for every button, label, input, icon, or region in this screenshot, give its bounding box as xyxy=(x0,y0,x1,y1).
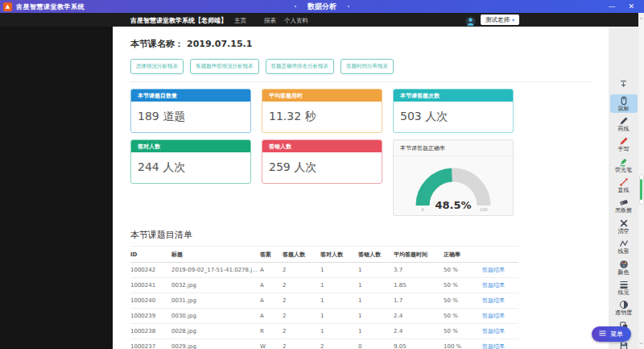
col-rate: 正确率 xyxy=(444,247,482,263)
cell-title: 0029.jpg xyxy=(171,339,260,349)
answer-result-link[interactable]: 答题结果 xyxy=(482,267,505,273)
user-name: 测试老师 xyxy=(485,16,510,24)
annotation-toolbar: 鼠标 画线 手写 荧光笔 直线 黑板擦 清空 线形 xyxy=(609,77,638,349)
tool-eraser[interactable]: 黑板擦 xyxy=(610,197,638,215)
cell-rate: 50 % xyxy=(444,278,482,293)
nav-item-home[interactable]: 主页 xyxy=(234,17,246,25)
tool-line-width[interactable]: 线宽 xyxy=(610,279,638,297)
cell-answer: R xyxy=(260,324,283,339)
line-width-icon xyxy=(619,280,629,289)
scroll-down-icon[interactable] xyxy=(638,339,644,347)
stat-card-title: 答对人数 xyxy=(131,140,250,152)
cell-correct: 1 xyxy=(320,309,358,324)
scroll-up-icon[interactable] xyxy=(638,15,644,23)
col-answered: 答题人数 xyxy=(283,247,320,263)
save-icon xyxy=(619,341,629,349)
cell-title: 0031.jpg xyxy=(171,293,260,309)
report-button-objective[interactable]: 客观题作答情况分析报表 xyxy=(190,59,259,74)
tool-clear[interactable]: 清空 xyxy=(610,217,638,235)
answer-result-link[interactable]: 答题结果 xyxy=(482,313,505,319)
cell-rate: 50 % xyxy=(444,324,482,339)
deco-dot-icon xyxy=(348,6,349,7)
table-header-row: ID 标题 答案 答题人数 答对人数 答错人数 平均答题时间 正确率 xyxy=(130,247,518,263)
scrollbar-thumb[interactable] xyxy=(639,174,644,205)
stat-card-correct-count: 答对人数 244 人次 xyxy=(130,139,251,184)
cell-avg-time: 3.7 xyxy=(394,263,444,278)
app-title: 吉星智慧课堂教学系统 xyxy=(16,2,85,11)
report-button-overall[interactable]: 总体情况分析报表 xyxy=(130,59,184,74)
stat-card-value: 244 人次 xyxy=(131,152,250,183)
tool-line-shape[interactable]: 线形 xyxy=(610,238,638,256)
nav-item-profile[interactable]: 个人资料 xyxy=(284,17,308,25)
cell-answered: 2 xyxy=(283,339,320,349)
collapse-toolbar-icon[interactable] xyxy=(619,77,628,92)
answer-result-link[interactable]: 答题结果 xyxy=(482,328,505,334)
stat-card-wrong-count: 答错人数 259 人次 xyxy=(262,139,382,184)
cell-wrong: 1 xyxy=(358,263,394,278)
cell-wrong: 0 xyxy=(358,339,394,349)
cell-title: 0030.jpg xyxy=(171,309,260,324)
window-title-wrap: 数据分析 xyxy=(0,2,644,12)
tool-draw-line[interactable]: 画线 xyxy=(610,114,638,133)
clear-icon xyxy=(619,218,629,228)
scrollbar[interactable] xyxy=(638,13,644,349)
straight-line-icon xyxy=(619,177,629,187)
color-icon xyxy=(619,260,629,269)
cell-wrong: 1 xyxy=(358,293,394,309)
cell-correct: 1 xyxy=(320,293,358,309)
tool-highlighter[interactable]: 荧光笔 xyxy=(610,156,638,174)
mouse-icon xyxy=(619,96,629,106)
nav-item-reports[interactable]: 报表 xyxy=(264,17,276,25)
cell-answer: A xyxy=(260,293,283,309)
answer-result-link[interactable]: 答题结果 xyxy=(482,343,505,349)
gauge-min-label: 0 xyxy=(421,207,423,212)
tool-mouse[interactable]: 鼠标 xyxy=(610,94,638,113)
table-row: 1000238 0028.jpg R 2 1 1 2.4 50 % 答题结果 xyxy=(130,324,518,339)
cell-rate: 50 % xyxy=(444,309,482,324)
stat-card-value: 11.32 秒 xyxy=(262,102,382,132)
handwrite-icon xyxy=(619,136,629,146)
cell-id: 1000238 xyxy=(130,324,171,339)
accuracy-gauge: 0 100 48.5% xyxy=(394,156,513,213)
close-button[interactable]: ✕ xyxy=(628,3,634,10)
stat-card-title: 本节课答题次数 xyxy=(394,89,513,102)
table-row: 1000242 2019-09-02_17-51-41.0278.jpg A 2… xyxy=(130,263,518,278)
cell-correct: 1 xyxy=(320,278,358,293)
report-button-time-distribution[interactable]: 答题时间分布报表 xyxy=(341,59,394,74)
navbar-brand[interactable]: 吉星智慧课堂教学系统【老师端】 xyxy=(130,16,227,25)
tool-color[interactable]: 颜色 xyxy=(610,258,638,276)
col-title: 标题 xyxy=(171,247,260,263)
tool-straight-line[interactable]: 直线 xyxy=(610,177,638,195)
opacity-icon xyxy=(619,300,629,310)
page-background: 本节课名称：2019.07.15.1 总体情况分析报表 客观题作答情况分析报表 … xyxy=(0,27,638,349)
line-shape-icon xyxy=(619,239,629,248)
answer-result-link[interactable]: 答题结果 xyxy=(482,282,505,289)
cell-correct: 1 xyxy=(320,263,358,278)
table-row: 1000240 0031.jpg A 2 1 1 1.7 50 % 答题结果 xyxy=(130,293,518,309)
cell-answer: W xyxy=(260,339,283,349)
stat-cards-row-1: 本节课题目数量 189 道题 平均答题用时 11.32 秒 本节课答题次数 50… xyxy=(130,89,592,133)
cell-rate: 50 % xyxy=(444,263,482,278)
col-answer: 答案 xyxy=(260,247,283,263)
cell-answered: 2 xyxy=(283,324,320,339)
user-dropdown-button[interactable]: 测试老师 ▾ xyxy=(481,15,519,25)
cell-answered: 2 xyxy=(283,263,320,278)
menu-button[interactable]: 菜单 xyxy=(592,326,631,342)
tool-opacity[interactable]: 透明度 xyxy=(610,299,638,318)
report-buttons-row: 总体情况分析报表 客观题作答情况分析报表 答题正确率排名分析报表 答题时间分布报… xyxy=(130,59,592,74)
report-button-accuracy-rank[interactable]: 答题正确率排名分析报表 xyxy=(266,59,335,74)
question-list-table: ID 标题 答案 答题人数 答对人数 答错人数 平均答题时间 正确率 10002… xyxy=(130,246,518,349)
cell-correct: 1 xyxy=(320,324,358,339)
divider xyxy=(130,81,592,82)
cell-answered: 2 xyxy=(283,309,320,324)
answer-result-link[interactable]: 答题结果 xyxy=(482,297,505,304)
col-id: ID xyxy=(130,247,171,263)
cell-wrong: 1 xyxy=(358,309,394,324)
stat-card-value: 189 道题 xyxy=(131,102,250,132)
minimize-button[interactable]: — xyxy=(608,3,615,10)
cell-avg-time: 1.85 xyxy=(394,278,444,293)
cell-rate: 100 % xyxy=(444,339,482,349)
table-row: 1000239 0030.jpg A 2 1 1 2.4 50 % 答题结果 xyxy=(130,309,518,324)
eraser-icon xyxy=(619,197,629,207)
tool-handwrite[interactable]: 手写 xyxy=(610,135,638,154)
